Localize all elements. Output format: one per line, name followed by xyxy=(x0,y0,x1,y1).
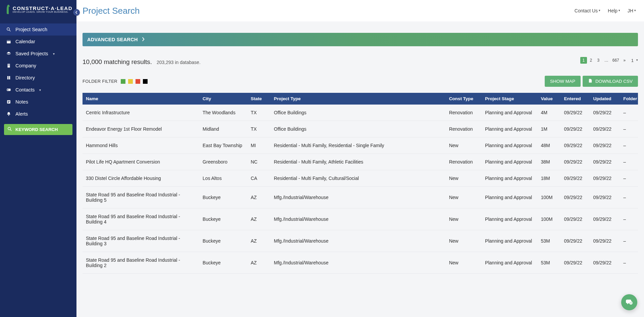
col-const-type[interactable]: Const Type xyxy=(446,93,482,105)
brand-title: CONSTRUCT·A·LEAD xyxy=(13,6,72,11)
folder-swatch-1[interactable] xyxy=(128,79,133,84)
advanced-search-label: ADVANCED SEARCH xyxy=(87,37,138,42)
page-667[interactable]: 667 xyxy=(611,57,621,64)
cell-city: Buckeye xyxy=(199,208,247,230)
table-row[interactable]: Endeavor Energy 1st Floor RemodelMidland… xyxy=(83,121,638,137)
logo-mark-icon xyxy=(7,5,10,14)
sidebar-item-company[interactable]: Company xyxy=(0,60,76,72)
table-row[interactable]: Hammond HillsEast Bay TownshipMIResident… xyxy=(83,137,638,154)
sidebar-item-label: Saved Projects xyxy=(15,51,48,56)
cell-value: 1M xyxy=(537,121,560,137)
cell-stage: Planning and Approval xyxy=(482,137,537,154)
top-link-jh[interactable]: JH ▾ xyxy=(628,8,636,13)
col-project-stage[interactable]: Project Stage xyxy=(482,93,537,105)
download-csv-button[interactable]: DOWNLOAD CSV xyxy=(583,76,638,87)
sidebar-item-alerts[interactable]: Alerts xyxy=(0,108,76,120)
page-title: Project Search xyxy=(83,6,140,16)
cell-value: 100M xyxy=(537,208,560,230)
sidebar-item-label: Calendar xyxy=(15,39,35,44)
cell-value: 4M xyxy=(537,105,560,121)
brand-logo[interactable]: CONSTRUCT·A·LEAD DEVELOP LEADS. GROW YOU… xyxy=(0,5,76,19)
database-count: 203,293 in database. xyxy=(157,60,201,66)
cell-folder: – xyxy=(620,121,638,137)
cell-stage: Planning and Approval xyxy=(482,187,537,208)
cell-ptype: Residential - Multi Family, Residential … xyxy=(271,137,446,154)
folder-filter-label: FOLDER FILTER xyxy=(83,79,117,84)
page-select-dropdown[interactable]: 1▾ xyxy=(631,58,638,63)
col-city[interactable]: City xyxy=(199,93,247,105)
cell-updated: 09/29/22 xyxy=(590,208,620,230)
calendar-icon xyxy=(6,39,11,44)
building-icon xyxy=(6,63,11,68)
folder-swatch-3[interactable] xyxy=(143,79,148,84)
cell-folder: – xyxy=(620,105,638,121)
cell-ctype: New xyxy=(446,187,482,208)
cell-ptype: Mfg./Industrial/Warehouse xyxy=(271,230,446,252)
cell-state: CA xyxy=(247,170,270,187)
cell-name: Hammond Hills xyxy=(83,137,199,154)
cell-ptype: Mfg./Industrial/Warehouse xyxy=(271,187,446,208)
show-map-label: SHOW MAP xyxy=(550,79,575,84)
advanced-search-bar[interactable]: ADVANCED SEARCH xyxy=(83,33,638,46)
cell-state: AZ xyxy=(247,208,270,230)
col-folder[interactable]: Folder xyxy=(620,93,638,105)
results-count: 10,000 matching results. xyxy=(83,58,152,66)
page-next[interactable]: » xyxy=(621,57,628,64)
cell-entered: 09/29/22 xyxy=(561,154,590,170)
show-map-button[interactable]: SHOW MAP xyxy=(545,76,581,87)
cell-entered: 09/29/22 xyxy=(561,170,590,187)
cell-value: 38M xyxy=(537,154,560,170)
page-3[interactable]: 3 xyxy=(595,57,602,64)
table-row[interactable]: State Road 95 and Baseline Road Industri… xyxy=(83,208,638,230)
table-row[interactable]: Pilot Life HQ Apartment ConversionGreens… xyxy=(83,154,638,170)
projects-table: NameCityStateProject TypeConst TypeProje… xyxy=(83,93,638,274)
cell-ctype: New xyxy=(446,137,482,154)
sidebar-item-notes[interactable]: Notes xyxy=(0,96,76,108)
svg-point-14 xyxy=(629,301,633,305)
cell-updated: 09/29/22 xyxy=(590,230,620,252)
cell-stage: Planning and Approval xyxy=(482,208,537,230)
table-row[interactable]: State Road 95 and Baseline Road Industri… xyxy=(83,252,638,274)
table-row[interactable]: State Road 95 and Baseline Road Industri… xyxy=(83,187,638,208)
col-entered[interactable]: Entered xyxy=(561,93,590,105)
cell-city: The Woodlands xyxy=(199,105,247,121)
chat-icon xyxy=(625,298,633,306)
cell-folder: – xyxy=(620,208,638,230)
top-link-help[interactable]: Help ▾ xyxy=(608,8,620,13)
col-project-type[interactable]: Project Type xyxy=(271,93,446,105)
sidebar-item-label: Project Search xyxy=(15,27,47,32)
sidebar-item-project-search[interactable]: Project Search xyxy=(0,23,76,36)
col-name[interactable]: Name xyxy=(83,93,199,105)
keyword-search-button[interactable]: KEYWORD SEARCH xyxy=(4,124,72,135)
caret-down-icon: ▾ xyxy=(599,9,600,12)
table-row[interactable]: 330 Distel Circle Affordable HousingLos … xyxy=(83,170,638,187)
cell-state: AZ xyxy=(247,230,270,252)
folder-swatch-2[interactable] xyxy=(136,79,140,84)
cell-entered: 09/29/22 xyxy=(561,121,590,137)
page-1[interactable]: 1 xyxy=(580,57,587,64)
col-updated[interactable]: Updated xyxy=(590,93,620,105)
col-value[interactable]: Value xyxy=(537,93,560,105)
sidebar-item-calendar[interactable]: Calendar xyxy=(0,36,76,48)
cell-entered: 09/29/22 xyxy=(561,187,590,208)
col-state[interactable]: State xyxy=(247,93,270,105)
cell-entered: 09/29/22 xyxy=(561,137,590,154)
cell-city: Los Altos xyxy=(199,170,247,187)
sidebar-item-contacts[interactable]: Contacts▾ xyxy=(0,84,76,96)
sidebar-collapse-toggle[interactable] xyxy=(73,9,80,16)
keyword-search-label: KEYWORD SEARCH xyxy=(15,127,58,132)
page-2[interactable]: 2 xyxy=(588,57,594,64)
sidebar-item-directory[interactable]: Directory xyxy=(0,72,76,84)
cell-value: 48M xyxy=(537,137,560,154)
table-row[interactable]: State Road 95 and Baseline Road Industri… xyxy=(83,230,638,252)
cell-folder: – xyxy=(620,230,638,252)
chat-widget[interactable] xyxy=(621,294,637,310)
top-link-contact-us[interactable]: Contact Us ▾ xyxy=(575,8,600,13)
table-row[interactable]: Centric InfrastructureThe WoodlandsTXOff… xyxy=(83,105,638,121)
file-download-icon xyxy=(588,78,593,84)
cell-ptype: Mfg./Industrial/Warehouse xyxy=(271,252,446,274)
sidebar-item-saved-projects[interactable]: Saved Projects▾ xyxy=(0,48,76,60)
svg-rect-3 xyxy=(7,40,10,41)
cell-updated: 09/29/22 xyxy=(590,137,620,154)
folder-swatch-0[interactable] xyxy=(121,79,125,84)
